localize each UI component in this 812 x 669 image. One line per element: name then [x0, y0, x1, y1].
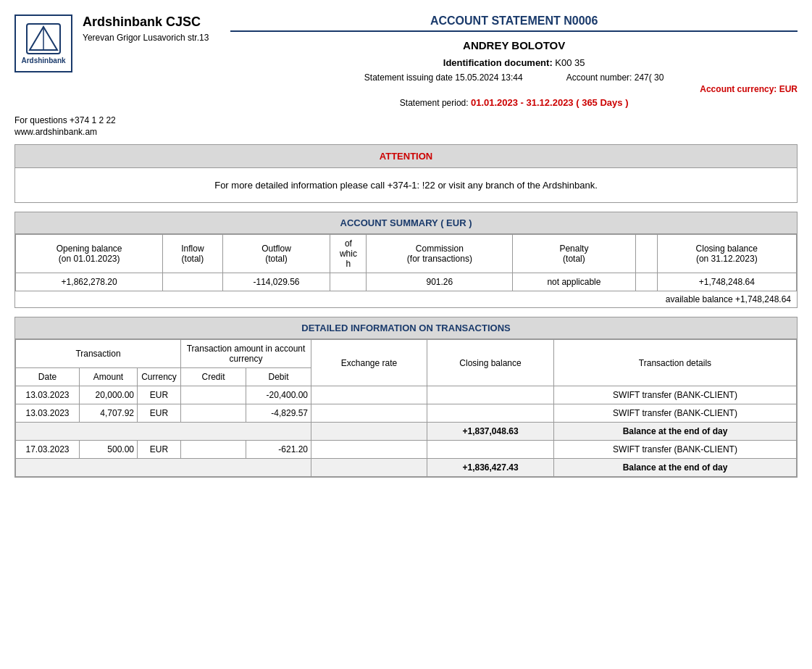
attention-body: For more detailed information please cal… — [15, 168, 797, 202]
account-number: Account number: 247( 30 — [566, 72, 664, 83]
val-outflow: -114,029.56 — [222, 273, 330, 291]
col-debit: Debit — [246, 368, 311, 386]
val-empty — [635, 273, 657, 291]
account-holder: ANDREY BOLOTOV — [463, 39, 565, 51]
account-summary-header: ACCOUNT SUMMARY ( EUR ) — [15, 212, 797, 234]
tx-debit: -621.20 — [246, 441, 311, 459]
id-doc-row: Identification document: K00 35 — [443, 57, 585, 68]
summary-table: Opening balance(on 01.01.2023) Inflow(to… — [15, 234, 797, 291]
balance-empty — [16, 459, 311, 477]
contact-section: For questions +374 1 2 22 www.ardshinban… — [14, 115, 798, 137]
transactions-table: Transaction Transaction amount in accoun… — [15, 339, 797, 477]
col-of-which: ofwhich — [330, 235, 367, 273]
table-row: +1,836,427.43 Balance at the end of day — [16, 459, 797, 477]
table-row: 13.03.2023 4,707.92 EUR -4,829.57 SWIFT … — [16, 404, 797, 423]
tx-debit: -20,400.00 — [246, 386, 311, 404]
header-meta: Statement issuing date 15.05.2024 13:44 … — [230, 72, 798, 83]
col-commission: Commission(for transactions) — [367, 235, 513, 273]
balance-details: Balance at the end of day — [553, 423, 796, 441]
logo-label: Ardshinbank — [21, 57, 65, 65]
table-row: +1,837,048.63 Balance at the end of day — [16, 423, 797, 441]
table-row: 17.03.2023 500.00 EUR -621.20 SWIFT tran… — [16, 441, 797, 459]
tx-details: SWIFT transfer (BANK-CLIENT) — [553, 404, 796, 423]
statement-title: ACCOUNT STATEMENT N0006 — [230, 14, 798, 32]
col-tx-details: Transaction details — [553, 340, 796, 386]
balance-exchange — [311, 459, 427, 477]
tx-details: SWIFT transfer (BANK-CLIENT) — [553, 386, 796, 404]
tx-amount: 4,707.92 — [80, 404, 138, 423]
statement-period: Statement period: 01.01.2023 - 31.12.202… — [400, 97, 629, 108]
attention-header: ATTENTION — [15, 145, 797, 168]
tx-closing — [427, 404, 554, 423]
val-opening-balance: +1,862,278.20 — [16, 273, 163, 291]
col-transaction-group: Transaction — [16, 340, 181, 368]
tx-credit — [181, 386, 246, 404]
col-credit: Credit — [181, 368, 246, 386]
header-center: ACCOUNT STATEMENT N0006 ANDREY BOLOTOV I… — [230, 14, 798, 108]
account-currency-label: Account currency: EUR — [700, 84, 798, 94]
balance-exchange — [311, 423, 427, 441]
available-balance: available balance +1,748,248.64 — [15, 291, 797, 307]
id-doc-value: K00 35 — [555, 57, 585, 68]
tx-date: 13.03.2023 — [16, 404, 80, 423]
balance-closing: +1,837,048.63 — [427, 423, 554, 441]
tx-credit — [181, 441, 246, 459]
col-opening-balance: Opening balance(on 01.01.2023) — [16, 235, 163, 273]
tx-closing — [427, 386, 554, 404]
val-of-which — [330, 273, 367, 291]
col-closing-balance: Closing balance(on 31.12.2023) — [657, 235, 796, 273]
id-doc-label: Identification document: — [443, 57, 553, 68]
col-date: Date — [16, 368, 80, 386]
account-summary-section: ACCOUNT SUMMARY ( EUR ) Opening balance(… — [14, 212, 798, 308]
tx-amount: 500.00 — [80, 441, 138, 459]
contact-web: www.ardshinbank.am — [14, 127, 798, 137]
tx-amount: 20,000.00 — [80, 386, 138, 404]
col-inflow: Inflow(total) — [163, 235, 222, 273]
col-closing-bal: Closing balance — [427, 340, 554, 386]
tx-exchange — [311, 441, 427, 459]
bank-info: Ardshinbank CJSC Yerevan Grigor Lusavori… — [83, 14, 209, 43]
balance-closing: +1,836,427.43 — [427, 459, 554, 477]
tx-details: SWIFT transfer (BANK-CLIENT) — [553, 441, 796, 459]
table-row: 13.03.2023 20,000.00 EUR -20,400.00 SWIF… — [16, 386, 797, 404]
col-outflow: Outflow(total) — [222, 235, 330, 273]
col-empty — [635, 235, 657, 273]
tx-credit — [181, 404, 246, 423]
col-amount: Amount — [80, 368, 138, 386]
tx-currency: EUR — [138, 441, 181, 459]
page-header: Ardshinbank Ardshinbank CJSC Yerevan Gri… — [14, 14, 798, 108]
val-commission: 901.26 — [367, 273, 513, 291]
balance-empty — [16, 423, 311, 441]
bank-name: Ardshinbank CJSC — [83, 14, 209, 30]
val-penalty: not applicable — [513, 273, 635, 291]
tx-closing — [427, 441, 554, 459]
col-penalty: Penalty(total) — [513, 235, 635, 273]
tx-currency: EUR — [138, 404, 181, 423]
tx-exchange — [311, 386, 427, 404]
bank-address: Yerevan Grigor Lusavorich str.13 — [83, 33, 209, 43]
tx-exchange — [311, 404, 427, 423]
issue-date: Statement issuing date 15.05.2024 13:44 — [364, 72, 523, 83]
tx-date: 17.03.2023 — [16, 441, 80, 459]
tx-currency: EUR — [138, 386, 181, 404]
balance-details: Balance at the end of day — [553, 459, 796, 477]
val-inflow — [163, 273, 222, 291]
col-amount-group: Transaction amount in account currency — [181, 340, 311, 368]
col-exchange-rate: Exchange rate — [311, 340, 427, 386]
contact-phone: For questions +374 1 2 22 — [14, 115, 798, 125]
transactions-header: DETAILED INFORMATION ON TRANSACTIONS — [15, 317, 797, 339]
attention-box: ATTENTION For more detailed information … — [14, 144, 798, 203]
tx-date: 13.03.2023 — [16, 386, 80, 404]
transactions-section: DETAILED INFORMATION ON TRANSACTIONS Tra… — [14, 317, 798, 478]
val-closing-balance: +1,748,248.64 — [657, 273, 796, 291]
col-currency: Currency — [138, 368, 181, 386]
bank-logo: Ardshinbank — [14, 14, 72, 72]
tx-debit: -4,829.57 — [246, 404, 311, 423]
